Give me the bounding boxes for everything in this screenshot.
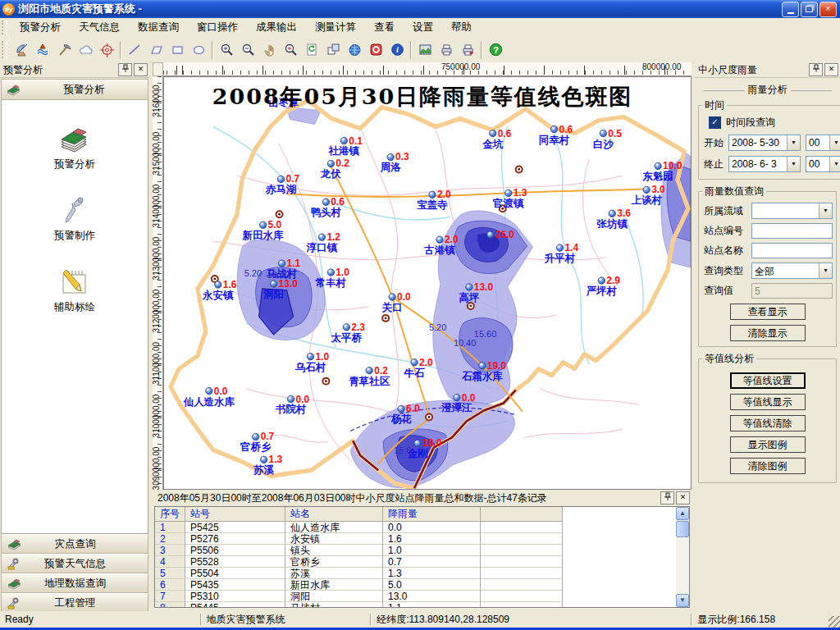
start-hour-select[interactable]: 00▼ — [806, 135, 840, 151]
menu-item-8[interactable]: 设置 — [404, 18, 442, 37]
table-cell: 官桥乡 — [285, 556, 383, 568]
minimize-button[interactable] — [782, 2, 799, 17]
polygon-icon[interactable] — [146, 40, 166, 60]
map-svg[interactable]: 山枣潭0.1社港镇0.3周洛0.2龙伏0.6金坑0.6同幸村0.5白沙10.0东… — [164, 77, 691, 489]
table-scrollbar[interactable]: ▲ ▼ — [676, 507, 689, 607]
query-combo-1[interactable]: ▼ — [751, 203, 833, 219]
tool-item-2[interactable]: 预警制作 — [2, 194, 148, 243]
table-cell: P5504 — [185, 568, 285, 579]
svg-text:0.5: 0.5 — [608, 128, 622, 139]
chevron-down-icon[interactable]: ▼ — [787, 135, 800, 150]
menu-item-6[interactable]: 测量计算 — [306, 18, 365, 37]
scroll-thumb[interactable] — [676, 521, 689, 537]
tool-item-1[interactable]: 预警分析 — [2, 123, 148, 171]
scroll-down-icon[interactable]: ▼ — [676, 594, 689, 607]
globe-icon[interactable] — [345, 40, 364, 60]
svg-text:0.0: 0.0 — [214, 386, 228, 397]
scroll-up-icon[interactable]: ▲ — [676, 507, 689, 520]
nav-item-1[interactable]: 灾点查询 — [1, 534, 148, 554]
table-row[interactable]: 5P5504苏溪1.3 — [155, 568, 689, 579]
menu-item-4[interactable]: 窗口操作 — [188, 18, 247, 37]
info-icon[interactable]: i — [387, 40, 407, 60]
ellipse-icon[interactable] — [189, 40, 208, 60]
nav-item-4[interactable]: 工程管理 — [1, 593, 148, 613]
resize-grip[interactable] — [829, 616, 840, 628]
menu-item-3[interactable]: 数据查询 — [129, 18, 188, 37]
right-panel-pin-icon[interactable] — [809, 63, 823, 76]
table-row[interactable]: 1P5425仙人造水库0.0 — [155, 522, 689, 533]
print-icon[interactable] — [436, 40, 456, 60]
target-icon[interactable] — [97, 40, 116, 60]
menu-item-1[interactable]: 预警分析 — [11, 18, 70, 37]
table-row[interactable]: 3P5506镇头1.0 — [155, 545, 689, 556]
close-button[interactable]: × — [819, 2, 837, 17]
bottom-panel-pin-icon[interactable] — [660, 491, 674, 504]
query-input-5: 5 — [751, 283, 833, 299]
chevron-down-icon[interactable]: ▼ — [829, 157, 840, 171]
left-panel-pin-icon[interactable] — [118, 63, 132, 76]
nav-item-3[interactable]: 地理数据查询 — [1, 573, 148, 593]
contour-button-2[interactable]: 等值线显示 — [730, 394, 806, 410]
query-input-3[interactable] — [751, 243, 833, 258]
pan-icon[interactable] — [259, 40, 279, 60]
bottom-panel-close-icon[interactable]: ✕ — [676, 491, 690, 504]
left-panel-close-icon[interactable]: ✕ — [134, 63, 148, 76]
svg-text:0.0: 0.0 — [296, 394, 310, 405]
print-setup-icon[interactable] — [458, 40, 477, 60]
query-input-2[interactable] — [751, 223, 833, 239]
zoom-out-icon[interactable] — [238, 40, 258, 60]
line-icon[interactable] — [125, 40, 144, 60]
pick-icon[interactable] — [54, 40, 74, 60]
nav-item-2[interactable]: 预警天气信息 — [1, 554, 148, 573]
menu-item-5[interactable]: 成果输出 — [247, 18, 306, 37]
menu-item-7[interactable]: 查看 — [365, 18, 404, 37]
contour-button-3[interactable]: 等值线清除 — [730, 415, 806, 431]
cascade-icon[interactable] — [323, 40, 343, 60]
ruler-horizontal: 750000.00800000.00 — [163, 62, 692, 76]
chevron-down-icon[interactable]: ▼ — [829, 135, 840, 150]
toolbar-grip[interactable] — [2, 41, 7, 59]
table-row[interactable]: 7P5310洞阳13.0 — [155, 591, 689, 602]
start-date-select[interactable]: 2008- 5-30▼ — [728, 135, 801, 151]
right-panel-close-icon[interactable]: ✕ — [824, 63, 838, 76]
end-date-select[interactable]: 2008- 6- 3▼ — [728, 156, 801, 172]
contour-button-1[interactable]: 等值线设置 — [730, 372, 806, 389]
table-row[interactable]: 6P5435新田水库5.0 — [155, 579, 689, 591]
zoom-in-icon[interactable] — [217, 40, 236, 60]
refresh-icon[interactable] — [302, 40, 322, 60]
svg-text:澄潭江: 澄潭江 — [441, 403, 472, 414]
tool-item-label: 辅助标绘 — [2, 300, 148, 314]
chevron-down-icon[interactable]: ▼ — [819, 263, 832, 278]
contour-button-4[interactable]: 显示图例 — [730, 436, 806, 453]
clear-query-button[interactable]: 清除显示 — [730, 325, 806, 341]
help-icon[interactable]: ? — [486, 40, 505, 60]
restore-button[interactable] — [801, 2, 818, 17]
table-row[interactable]: 8P5445马战村1.1 — [155, 602, 689, 608]
flood-icon[interactable] — [33, 40, 52, 60]
stop-icon[interactable] — [366, 40, 386, 60]
table-row[interactable]: 4P5528官桥乡0.7 — [155, 556, 689, 568]
svg-text:15.6: 15.6 — [394, 445, 411, 455]
tool-item-3[interactable]: 辅助标绘 — [2, 266, 148, 314]
menu-item-9[interactable]: 帮助 — [442, 18, 481, 37]
radar-icon[interactable] — [11, 40, 31, 60]
show-query-button[interactable]: 查看显示 — [730, 304, 806, 320]
end-hour-select[interactable]: 00▼ — [806, 156, 840, 172]
menu-item-2[interactable]: 天气信息 — [70, 18, 129, 37]
table-cell: 0.7 — [383, 556, 481, 568]
table-row[interactable]: 2P5276永安镇1.6 — [155, 533, 689, 545]
chevron-down-icon[interactable]: ▼ — [819, 203, 832, 218]
time-range-checkbox[interactable]: ✓ — [709, 116, 721, 129]
zoom-select-icon[interactable] — [281, 40, 300, 60]
chevron-down-icon[interactable]: ▼ — [787, 157, 800, 171]
map-canvas[interactable]: 山枣潭0.1社港镇0.3周洛0.2龙伏0.6金坑0.6同幸村0.5白沙10.0东… — [163, 76, 692, 490]
image-icon[interactable] — [415, 40, 435, 60]
rect-icon[interactable] — [167, 40, 187, 60]
svg-text:0.3: 0.3 — [395, 151, 409, 162]
table-cell: 6 — [155, 579, 185, 591]
toolbar-separator-3 — [410, 41, 412, 59]
cloud-icon[interactable] — [75, 40, 95, 60]
contour-button-5[interactable]: 清除图例 — [730, 458, 806, 474]
query-combo-4[interactable]: 全部▼ — [751, 262, 833, 279]
menu-grip[interactable] — [2, 21, 7, 34]
